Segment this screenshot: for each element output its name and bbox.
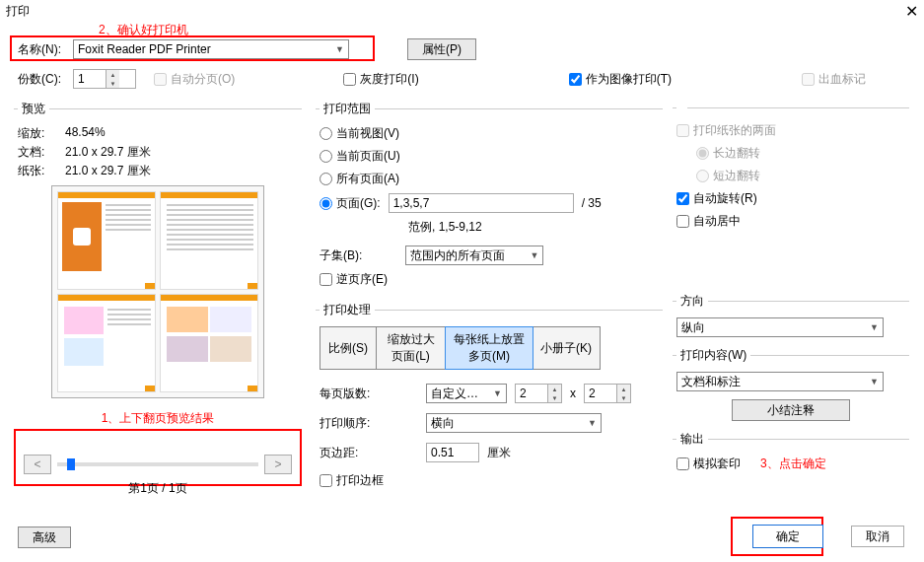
reverse-checkbox[interactable]: 逆页序(E): [320, 271, 659, 288]
doc-label: 文档:: [18, 144, 57, 161]
orientation-fieldset: 方向 纵向 ▼: [673, 293, 909, 341]
ok-button[interactable]: 确定: [752, 525, 823, 548]
simulate-checkbox[interactable]: 模拟套印: [676, 456, 741, 472]
border-checkbox[interactable]: 打印边框: [320, 472, 384, 489]
pages-example: 范例, 1,5-9,12: [320, 219, 659, 236]
all-pages-radio[interactable]: 所有页面(A): [320, 171, 659, 187]
zoom-label: 缩放:: [18, 125, 57, 142]
dialog-title: 打印: [6, 3, 30, 20]
preview-canvas: [51, 185, 264, 398]
subset-label: 子集(B):: [320, 247, 362, 264]
seg-multi[interactable]: 每张纸上放置多页(M): [445, 326, 533, 370]
order-value: 横向: [431, 415, 455, 432]
preview-fieldset: 预览 缩放:48.54% 文档:21.0 x 29.7 厘米 纸张:21.0 x…: [14, 101, 302, 402]
orientation-select[interactable]: 纵向 ▼: [676, 317, 884, 337]
margin-unit: 厘米: [487, 445, 511, 461]
properties-button[interactable]: 属性(P): [407, 38, 476, 60]
per-sheet-select[interactable]: 自定义… ▼: [426, 384, 507, 403]
margin-input[interactable]: [426, 443, 479, 462]
content-value: 文档和标注: [681, 374, 741, 390]
sheet-h-input[interactable]: [585, 385, 616, 402]
flip-short-radio: 短边翻转: [676, 168, 905, 184]
duplex-fieldset: 打印纸张的两面 长边翻转 短边翻转 自动旋转(R) 自动居中: [673, 101, 909, 234]
chevron-down-icon: ▼: [530, 250, 538, 260]
preview-prev-button[interactable]: <: [24, 455, 51, 474]
preview-legend: 预览: [18, 101, 49, 117]
orientation-value: 纵向: [681, 319, 705, 336]
chevron-down-icon: ▼: [588, 418, 597, 428]
sheet-h-spinner[interactable]: ▲▼: [584, 384, 631, 403]
chevron-down-icon: ▼: [493, 388, 502, 398]
seg-large[interactable]: 缩放过大页面(L): [377, 327, 446, 369]
range-legend: 打印范围: [320, 101, 375, 117]
close-icon[interactable]: ✕: [905, 2, 918, 21]
both-sides-checkbox: 打印纸张的两面: [676, 122, 905, 139]
annotation-2: 1、上下翻页预览结果: [14, 410, 302, 427]
annotation-box-2: < > 第1页 / 1页: [14, 429, 302, 486]
grayscale-checkbox[interactable]: 灰度打印(I): [343, 71, 418, 88]
chevron-down-icon: ▼: [870, 322, 879, 332]
sheet-w-input[interactable]: [516, 385, 547, 402]
slider-thumb[interactable]: [67, 458, 75, 470]
auto-rotate-checkbox[interactable]: 自动旋转(R): [676, 190, 905, 207]
copies-label: 份数(C):: [18, 71, 61, 88]
preview-slider[interactable]: [57, 462, 258, 466]
printer-name-value: Foxit Reader PDF Printer: [78, 42, 211, 56]
preview-thumb-3: [57, 294, 156, 392]
preview-thumb-1: [57, 191, 156, 290]
content-fieldset: 打印内容(W) 文档和标注 ▼ 小结注释: [673, 347, 909, 425]
sheet-w-spinner[interactable]: ▲▼: [515, 384, 562, 403]
subset-value: 范围内的所有页面: [410, 247, 505, 264]
paper-value: 21.0 x 29.7 厘米: [65, 163, 151, 179]
seg-booklet[interactable]: 小册子(K): [533, 327, 600, 369]
range-fieldset: 打印范围 当前视图(V) 当前页面(U) 所有页面(A) 页面(G): / 35…: [316, 101, 663, 292]
flip-long-radio: 长边翻转: [676, 145, 905, 162]
order-select[interactable]: 横向 ▼: [426, 413, 602, 433]
preview-thumb-4: [160, 294, 258, 392]
handling-legend: 打印处理: [320, 302, 375, 318]
pages-input[interactable]: [389, 193, 574, 213]
copies-spinner[interactable]: ▲▼: [73, 69, 136, 89]
chevron-down-icon: ▼: [335, 44, 344, 54]
printer-name-select[interactable]: Foxit Reader PDF Printer ▼: [73, 39, 349, 59]
doc-value: 21.0 x 29.7 厘米: [65, 144, 151, 161]
advanced-button[interactable]: 高级: [18, 527, 71, 548]
handling-fieldset: 打印处理 比例(S) 缩放过大页面(L) 每张纸上放置多页(M) 小册子(K) …: [316, 302, 663, 494]
content-legend: 打印内容(W): [676, 347, 750, 364]
sheet-x-label: x: [570, 386, 576, 400]
current-view-radio[interactable]: 当前视图(V): [320, 125, 659, 142]
paper-label: 纸张:: [18, 163, 57, 179]
handling-segments: 比例(S) 缩放过大页面(L) 每张纸上放置多页(M) 小册子(K): [320, 326, 601, 370]
spin-down-icon[interactable]: ▼: [106, 79, 119, 88]
summarize-button[interactable]: 小结注释: [732, 399, 850, 421]
preview-next-button[interactable]: >: [264, 455, 292, 474]
annotation-3: 3、点击确定: [760, 456, 826, 472]
chevron-down-icon: ▼: [870, 377, 879, 386]
zoom-value: 48.54%: [65, 125, 106, 142]
copies-input[interactable]: [74, 70, 106, 88]
content-select[interactable]: 文档和标注 ▼: [676, 372, 884, 391]
printer-name-label: 名称(N):: [18, 41, 61, 58]
auto-center-checkbox[interactable]: 自动居中: [676, 213, 905, 230]
pages-total: / 35: [582, 196, 602, 210]
current-page-radio[interactable]: 当前页面(U): [320, 148, 659, 165]
output-fieldset: 输出 模拟套印 3、点击确定: [673, 431, 909, 476]
spin-up-icon[interactable]: ▲: [106, 70, 119, 79]
per-sheet-value: 自定义…: [431, 386, 478, 402]
print-as-image-checkbox[interactable]: 作为图像打印(T): [569, 71, 672, 88]
output-legend: 输出: [676, 431, 708, 448]
per-sheet-label: 每页版数:: [320, 386, 418, 402]
cancel-button[interactable]: 取消: [851, 526, 904, 547]
orientation-legend: 方向: [676, 293, 708, 310]
order-label: 打印顺序:: [320, 415, 418, 432]
seg-scale[interactable]: 比例(S): [320, 327, 377, 369]
margin-label: 页边距:: [320, 445, 418, 461]
collate-checkbox: 自动分页(O): [154, 71, 235, 88]
preview-thumb-2: [160, 191, 258, 290]
bleed-checkbox: 出血标记: [802, 71, 866, 88]
pages-radio[interactable]: 页面(G):: [320, 195, 381, 212]
preview-page-info: 第1页 / 1页: [24, 480, 292, 497]
subset-select[interactable]: 范围内的所有页面 ▼: [405, 246, 543, 265]
